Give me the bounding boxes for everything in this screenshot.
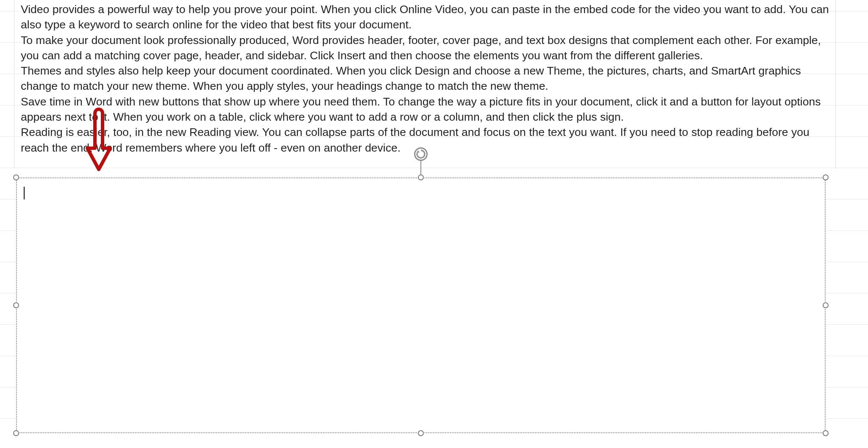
paragraph: Themes and styles also help keep your do…	[21, 63, 829, 94]
resize-handle-bl[interactable]	[13, 430, 19, 436]
paragraph: Save time in Word with new buttons that …	[21, 94, 829, 125]
resize-handle-bm[interactable]	[418, 430, 424, 436]
textbox-selected-empty[interactable]	[16, 177, 826, 433]
textbox-sample-text[interactable]: Video provides a powerful way to help yo…	[14, 0, 836, 169]
resize-handle-br[interactable]	[823, 430, 829, 436]
paragraph: To make your document look professionall…	[21, 33, 829, 64]
resize-handle-tm[interactable]	[418, 174, 424, 180]
paragraph: Video provides a powerful way to help yo…	[21, 2, 829, 33]
text-caret	[24, 187, 25, 199]
worksheet-canvas[interactable]: Video provides a powerful way to help yo…	[0, 0, 868, 448]
resize-handle-tr[interactable]	[823, 174, 829, 180]
resize-handle-ml[interactable]	[13, 302, 19, 308]
resize-handle-tl[interactable]	[13, 174, 19, 180]
rotation-handle-icon[interactable]	[414, 147, 428, 161]
resize-handle-mr[interactable]	[823, 302, 829, 308]
